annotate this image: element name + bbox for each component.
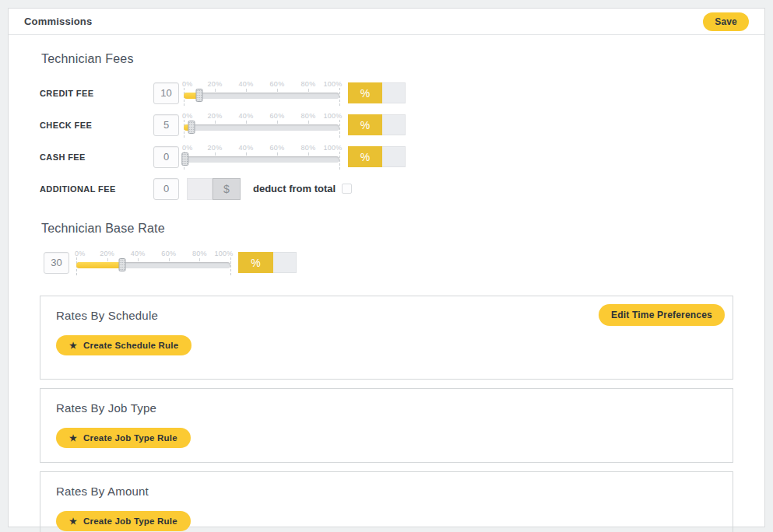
base-rate-unit-toggle[interactable]: % [238, 252, 297, 273]
slider-track[interactable] [184, 156, 339, 163]
slider-tick-label: 60% [161, 250, 176, 257]
slider-handle[interactable] [188, 121, 195, 134]
slider-tick-mark [308, 152, 309, 156]
credit-fee-unit-toggle[interactable]: % [348, 82, 406, 103]
slider-track[interactable] [184, 124, 339, 131]
slider-tick-label: 0% [182, 80, 193, 88]
rates-by-job-type-box: Rates By Job Type ★ Create Job Type Rule [40, 388, 733, 463]
base-rate-row: 0%20%40%60%80%100% % [40, 247, 733, 278]
slider-tick-label: 80% [301, 80, 316, 88]
additional-fee-unit-toggle[interactable]: $ [187, 178, 241, 200]
panel-content: Technician Fees CREDIT FEE 0%20%40%60%80… [9, 35, 764, 532]
create-amount-rule-button[interactable]: ★ Create Job Type Rule [56, 511, 191, 531]
create-job-type-rule-label: Create Job Type Rule [83, 433, 177, 443]
rates-by-schedule-box: Edit Time Preferences Rates By Schedule … [40, 296, 733, 380]
create-job-type-rule-button[interactable]: ★ Create Job Type Rule [56, 428, 191, 448]
slider-end-line [230, 257, 231, 275]
slider-tick-label: 20% [208, 144, 223, 152]
panel-header: Commissions Save [9, 9, 764, 35]
slider-tick-mark [107, 258, 108, 261]
slider-track[interactable] [76, 262, 230, 268]
check-fee-input[interactable] [153, 114, 179, 136]
slider-tick-label: 40% [239, 144, 254, 152]
check-fee-unit-toggle[interactable]: % [348, 114, 406, 135]
deduct-from-total-label: deduct from total [253, 183, 336, 194]
technician-fees-heading: Technician Fees [41, 52, 733, 66]
slider-tick-label: 40% [239, 112, 254, 120]
create-schedule-rule-button[interactable]: ★ Create Schedule Rule [56, 335, 191, 355]
cash-fee-row: CASH FEE 0%20%40%60%80%100% % [40, 141, 733, 173]
slider-tick-label: 0% [75, 250, 86, 257]
create-schedule-rule-label: Create Schedule Rule [83, 341, 178, 350]
slider-tick-label: 40% [131, 250, 146, 257]
star-icon: ★ [69, 341, 77, 350]
commissions-panel: Commissions Save Technician Fees CREDIT … [8, 8, 765, 527]
slider-tick-mark [308, 89, 309, 92]
slider-tick-mark [277, 89, 278, 92]
slider-tick-label: 60% [270, 144, 285, 152]
base-rate-input[interactable] [44, 252, 69, 274]
slider-tick-mark [308, 121, 309, 124]
slider-tick-label: 0% [182, 112, 193, 120]
slider-tick-label: 100% [214, 250, 233, 257]
slider-end-line [339, 88, 340, 106]
star-icon: ★ [69, 434, 77, 443]
slider-handle[interactable] [196, 89, 203, 102]
percent-option[interactable]: % [348, 82, 382, 103]
save-button[interactable]: Save [703, 12, 749, 31]
slider-tick-label: 80% [301, 144, 316, 152]
check-fee-slider[interactable]: 0%20%40%60%80%100% [184, 112, 339, 138]
slider-fill [76, 262, 122, 268]
credit-fee-slider[interactable]: 0%20%40%60%80%100% [184, 80, 339, 107]
check-fee-row: CHECK FEE 0%20%40%60%80%100% % [40, 109, 733, 141]
dollar-option[interactable] [273, 252, 297, 273]
additional-fee-label: ADDITIONAL FEE [40, 184, 153, 194]
slider-end-line [339, 152, 340, 170]
create-amount-rule-label: Create Job Type Rule [83, 516, 177, 526]
credit-fee-label: CREDIT FEE [40, 89, 153, 98]
slider-tick-label: 100% [323, 80, 342, 88]
slider-end-line [339, 120, 340, 138]
cash-fee-slider[interactable]: 0%20%40%60%80%100% [184, 144, 339, 170]
slider-tick-mark [246, 152, 247, 156]
slider-handle[interactable] [181, 152, 188, 166]
slider-tick-mark [169, 258, 170, 261]
credit-fee-input[interactable] [153, 82, 179, 104]
slider-tick-mark [277, 121, 278, 124]
dollar-option[interactable] [382, 146, 406, 167]
slider-tick-label: 40% [239, 80, 254, 88]
edit-time-preferences-button[interactable]: Edit Time Preferences [599, 304, 725, 326]
slider-tick-label: 80% [192, 250, 207, 257]
slider-tick-label: 0% [182, 144, 193, 152]
slider-tick-mark [199, 258, 200, 261]
deduct-from-total-checkbox[interactable] [342, 184, 352, 194]
rates-by-job-type-title: Rates By Job Type [56, 401, 717, 415]
slider-tick-mark [246, 121, 247, 124]
slider-tick-label: 20% [208, 80, 223, 88]
percent-option[interactable]: % [348, 146, 382, 167]
check-fee-label: CHECK FEE [40, 121, 153, 130]
slider-tick-mark [277, 152, 278, 156]
dollar-option[interactable] [382, 114, 406, 135]
slider-tick-label: 80% [301, 112, 316, 120]
slider-handle[interactable] [119, 258, 126, 271]
dollar-option[interactable]: $ [213, 178, 241, 200]
slider-tick-label: 60% [270, 112, 285, 120]
cash-fee-unit-toggle[interactable]: % [348, 146, 406, 167]
dollar-option[interactable] [382, 82, 406, 103]
percent-option[interactable]: % [238, 252, 273, 273]
rates-by-amount-box: Rates By Amount ★ Create Job Type Rule [40, 471, 733, 532]
cash-fee-input[interactable] [153, 146, 179, 168]
base-rate-slider[interactable]: 0%20%40%60%80%100% [76, 250, 230, 276]
star-icon: ★ [69, 517, 77, 526]
credit-fee-row: CREDIT FEE 0%20%40%60%80%100% % [40, 77, 733, 109]
page-title: Commissions [24, 16, 92, 27]
slider-tick-label: 100% [323, 112, 342, 120]
cash-fee-label: CASH FEE [40, 152, 153, 162]
additional-fee-input[interactable] [153, 178, 179, 200]
slider-tick-label: 20% [208, 112, 223, 120]
percent-option[interactable]: % [348, 114, 382, 135]
slider-track[interactable] [184, 93, 339, 99]
percent-option[interactable] [187, 178, 213, 200]
slider-tick-label: 20% [100, 250, 114, 257]
